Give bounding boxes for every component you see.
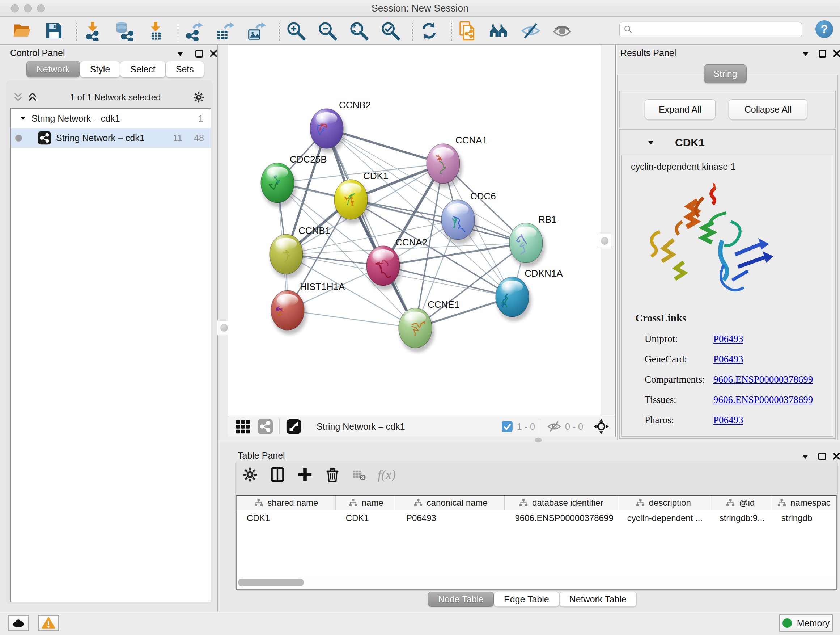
import-database-icon[interactable] <box>114 21 134 41</box>
cloud-button[interactable] <box>8 615 29 631</box>
network-tree: String Network – cdk1 1 String Network –… <box>10 108 211 602</box>
network-style-icon[interactable] <box>257 418 273 435</box>
gene-caret-icon[interactable] <box>647 140 655 146</box>
table-panel-float-icon[interactable] <box>818 453 826 460</box>
network-canvas[interactable]: CCNB2CCNA1CDC25BCDK1CDC6RB1CCNB1CCNA2CDK… <box>228 44 600 416</box>
detach-view-icon[interactable] <box>286 418 302 435</box>
search-input[interactable] <box>633 25 802 35</box>
network-node-CDK1[interactable]: CDK1 <box>334 171 388 224</box>
hscrollbar-thumb[interactable] <box>238 578 304 586</box>
network-row-selected[interactable]: String Network – cdk1 11 48 <box>11 128 210 148</box>
zoom-selected-icon[interactable] <box>380 21 401 41</box>
network-edge[interactable] <box>287 310 415 328</box>
show-all-icon[interactable] <box>552 21 572 41</box>
control-panel-close-icon[interactable] <box>209 49 218 58</box>
network-node-CCNA2[interactable]: CCNA2 <box>366 237 427 290</box>
crosslink-link[interactable]: P06493 <box>714 415 744 426</box>
results-panel-close-icon[interactable] <box>832 49 840 58</box>
network-edge[interactable] <box>383 266 512 297</box>
crosslink-link[interactable]: P06493 <box>714 354 744 365</box>
zoom-fit-icon[interactable] <box>349 21 369 41</box>
network-right-strip <box>600 44 615 416</box>
column-header-canonical-name[interactable]: canonical name <box>396 496 505 510</box>
network-node-CCNB2[interactable]: CCNB2 <box>310 100 371 153</box>
crosslink-link[interactable]: 9606.ENSP00000378699 <box>714 374 813 385</box>
hide-selected-icon[interactable] <box>521 21 541 41</box>
expand-all-button[interactable]: Expand All <box>645 99 715 119</box>
clone-network-icon[interactable] <box>458 21 478 41</box>
collapse-all-button[interactable]: Collapse All <box>729 99 807 119</box>
control-panel-menu-icon[interactable] <box>176 51 185 57</box>
tab-select[interactable]: Select <box>120 61 165 78</box>
collection-caret-icon[interactable] <box>19 116 27 121</box>
export-network-icon[interactable] <box>184 21 204 41</box>
tab-node-table[interactable]: Node Table <box>428 592 494 607</box>
network-node-CDKN1A[interactable]: CDKN1A <box>496 268 563 321</box>
help-button[interactable]: ? <box>815 20 833 38</box>
network-collection-row[interactable]: String Network – cdk1 1 <box>11 109 210 128</box>
gene-section-header[interactable]: CDK1 <box>619 133 836 152</box>
table-panel-close-icon[interactable] <box>832 452 840 461</box>
fit-selected-crosshair-icon[interactable] <box>593 418 609 434</box>
table-options-gear-icon[interactable] <box>242 466 258 483</box>
right-splitter-handle[interactable] <box>598 233 611 248</box>
delete-column-icon[interactable] <box>324 466 341 483</box>
tab-network[interactable]: Network <box>27 61 80 78</box>
node-label: CCNA1 <box>455 135 487 146</box>
network-node-RB1[interactable]: RB1 <box>509 214 557 267</box>
import-table-icon[interactable] <box>145 21 166 41</box>
crosslink-label: Uniprot: <box>645 333 714 345</box>
neighborhood-icon[interactable] <box>489 21 509 41</box>
save-session-icon[interactable] <box>44 21 64 41</box>
gene-description: cyclin-dependent kinase 1 <box>631 162 736 172</box>
selected-checkbox-icon[interactable] <box>501 420 513 432</box>
network-node-CCNA1[interactable]: CCNA1 <box>426 135 487 188</box>
crosslink-label: Tissues: <box>645 394 714 405</box>
export-table-icon[interactable] <box>216 21 236 41</box>
column-header-name[interactable]: name <box>336 496 396 510</box>
show-columns-icon[interactable] <box>269 466 286 483</box>
open-session-icon[interactable] <box>12 21 33 41</box>
column-header-namespac[interactable]: namespac <box>771 496 836 510</box>
memory-button[interactable]: Memory <box>779 614 833 632</box>
column-header--id[interactable]: @id <box>709 496 771 510</box>
network-type-icon <box>37 131 52 145</box>
zoom-out-icon[interactable] <box>317 21 338 41</box>
node-label: CDC6 <box>470 191 496 202</box>
export-image-icon[interactable] <box>247 21 267 41</box>
crosslink-link[interactable]: 9606.ENSP00000378699 <box>714 394 813 405</box>
table-cell: cyclin-dependent ... <box>617 510 709 526</box>
table-panel-menu-icon[interactable] <box>801 454 810 460</box>
column-header-description[interactable]: description <box>617 496 709 510</box>
warnings-button[interactable] <box>38 615 59 631</box>
gene-name: CDK1 <box>675 136 705 149</box>
results-panel-float-icon[interactable] <box>819 50 826 57</box>
import-network-icon[interactable] <box>82 21 103 41</box>
update-icon[interactable] <box>419 21 439 41</box>
hidden-eye-icon[interactable] <box>547 419 561 434</box>
add-column-icon[interactable] <box>297 466 313 483</box>
tab-style[interactable]: Style <box>80 61 120 78</box>
birds-eye-grid-icon[interactable] <box>234 418 251 435</box>
toolbar-items <box>12 21 584 41</box>
tab-edge-table[interactable]: Edge Table <box>494 592 559 607</box>
network-node-HIST1H1A[interactable]: HIST1H1A <box>271 281 345 334</box>
column-header-database-identifier[interactable]: database identifier <box>505 496 617 510</box>
network-node-CCNE1[interactable]: CCNE1 <box>399 299 459 352</box>
table-row[interactable]: CDK1CDK1P064939606.ENSP00000378699cyclin… <box>237 510 836 526</box>
collapse-all-networks-icon[interactable] <box>12 92 24 103</box>
results-panel-menu-icon[interactable] <box>801 51 810 57</box>
tab-sets[interactable]: Sets <box>166 61 204 78</box>
search-box[interactable] <box>619 22 802 37</box>
control-panel-float-icon[interactable] <box>195 50 203 57</box>
column-header-shared-name[interactable]: shared name <box>237 496 336 510</box>
tab-string[interactable]: String <box>704 65 747 83</box>
expand-all-networks-icon[interactable] <box>27 92 38 103</box>
tab-network-table[interactable]: Network Table <box>559 592 637 607</box>
network-node-CDC25B[interactable]: CDC25B <box>261 154 327 207</box>
zoom-in-icon[interactable] <box>286 21 306 41</box>
network-edge[interactable] <box>327 128 415 328</box>
crosslink-link[interactable]: P06493 <box>714 333 744 345</box>
network-options-gear-icon[interactable] <box>193 91 205 103</box>
table-hscrollbar[interactable] <box>237 578 835 587</box>
